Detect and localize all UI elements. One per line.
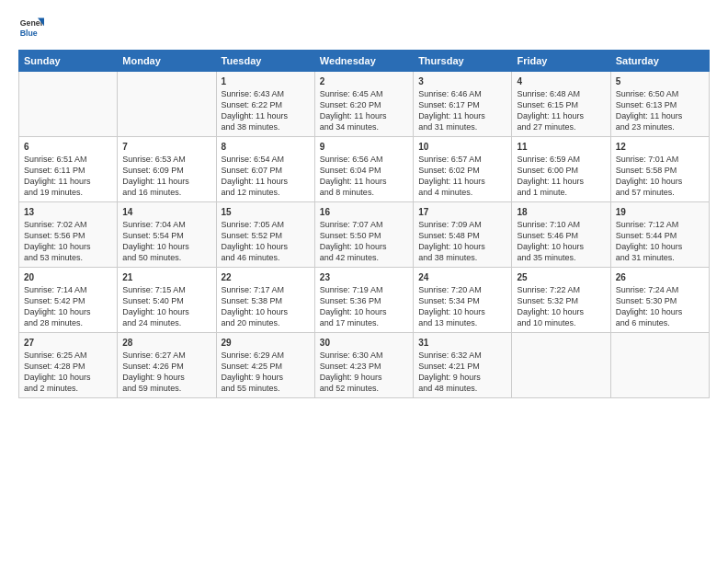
day-info: Sunrise: 7:07 AM: [320, 219, 408, 230]
day-info: and 8 minutes.: [320, 187, 408, 198]
day-info: and 31 minutes.: [418, 121, 506, 132]
day-info: Sunset: 6:11 PM: [24, 165, 112, 176]
day-info: Sunrise: 6:56 AM: [320, 154, 408, 165]
day-info: Sunset: 6:17 PM: [418, 99, 506, 110]
calendar-cell: 15Sunrise: 7:05 AMSunset: 5:52 PMDayligh…: [216, 202, 314, 268]
day-info: and 55 minutes.: [222, 383, 310, 394]
day-info: and 42 minutes.: [320, 252, 408, 263]
day-info: Sunset: 4:28 PM: [24, 361, 112, 372]
day-number: 8: [222, 141, 310, 154]
day-info: and 46 minutes.: [222, 252, 310, 263]
week-row-5: 27Sunrise: 6:25 AMSunset: 4:28 PMDayligh…: [19, 333, 710, 398]
day-info: and 48 minutes.: [418, 383, 506, 394]
day-info: Sunrise: 7:17 AM: [222, 284, 310, 295]
day-info: and 59 minutes.: [122, 383, 210, 394]
day-info: Sunset: 6:02 PM: [418, 165, 506, 176]
calendar-cell: 19Sunrise: 7:12 AMSunset: 5:44 PMDayligh…: [610, 202, 709, 268]
day-info: Sunset: 5:42 PM: [24, 295, 112, 306]
header-cell-sunday: Sunday: [19, 51, 118, 72]
calendar-cell: 14Sunrise: 7:04 AMSunset: 5:54 PMDayligh…: [118, 202, 216, 268]
day-info: Sunset: 6:00 PM: [517, 165, 605, 176]
day-info: and 38 minutes.: [418, 252, 506, 263]
calendar-cell: 22Sunrise: 7:17 AMSunset: 5:38 PMDayligh…: [216, 268, 314, 333]
day-number: 22: [222, 271, 310, 284]
day-info: Sunrise: 6:46 AM: [418, 88, 506, 99]
day-info: Sunrise: 6:45 AM: [320, 88, 408, 99]
calendar-cell: 13Sunrise: 7:02 AMSunset: 5:56 PMDayligh…: [19, 202, 118, 268]
calendar-cell: 24Sunrise: 7:20 AMSunset: 5:34 PMDayligh…: [414, 268, 512, 333]
day-info: and 6 minutes.: [616, 317, 704, 328]
day-info: Daylight: 10 hours: [24, 306, 112, 317]
day-info: Sunset: 6:13 PM: [616, 99, 704, 110]
day-number: 14: [122, 206, 210, 219]
calendar-cell: 5Sunrise: 6:50 AMSunset: 6:13 PMDaylight…: [610, 72, 709, 137]
day-info: Daylight: 11 hours: [616, 110, 704, 121]
day-info: Sunrise: 7:20 AM: [418, 284, 506, 295]
day-number: 13: [24, 206, 112, 219]
day-info: Sunrise: 7:19 AM: [320, 284, 408, 295]
day-info: Sunrise: 7:22 AM: [517, 284, 605, 295]
day-info: Sunset: 6:15 PM: [517, 99, 605, 110]
day-info: and 24 minutes.: [122, 317, 210, 328]
calendar-cell: 27Sunrise: 6:25 AMSunset: 4:28 PMDayligh…: [19, 333, 118, 398]
day-number: 23: [320, 271, 408, 284]
day-info: and 12 minutes.: [222, 187, 310, 198]
day-info: and 34 minutes.: [320, 121, 408, 132]
week-row-1: 1Sunrise: 6:43 AMSunset: 6:22 PMDaylight…: [19, 72, 710, 137]
day-info: Sunrise: 7:12 AM: [616, 219, 704, 230]
calendar-cell: 9Sunrise: 6:56 AMSunset: 6:04 PMDaylight…: [314, 137, 413, 202]
day-info: and 19 minutes.: [24, 187, 112, 198]
day-info: and 10 minutes.: [517, 317, 605, 328]
day-info: Daylight: 9 hours: [122, 372, 210, 383]
day-info: Daylight: 10 hours: [24, 372, 112, 383]
day-info: Sunset: 5:40 PM: [122, 295, 210, 306]
header: General Blue: [18, 15, 710, 40]
day-info: Sunrise: 7:24 AM: [616, 284, 704, 295]
day-info: Sunset: 5:30 PM: [616, 295, 704, 306]
day-number: 5: [616, 75, 704, 88]
day-info: Sunrise: 6:59 AM: [517, 154, 605, 165]
day-info: Daylight: 11 hours: [418, 110, 506, 121]
calendar-cell: 17Sunrise: 7:09 AMSunset: 5:48 PMDayligh…: [414, 202, 512, 268]
calendar-cell: 16Sunrise: 7:07 AMSunset: 5:50 PMDayligh…: [314, 202, 413, 268]
day-info: Sunset: 6:20 PM: [320, 99, 408, 110]
page: General Blue SundayMondayTuesdayWednesda…: [0, 0, 728, 563]
day-info: Sunrise: 7:09 AM: [418, 219, 506, 230]
day-info: Daylight: 10 hours: [616, 306, 704, 317]
day-info: Sunset: 4:25 PM: [222, 361, 310, 372]
day-info: Daylight: 10 hours: [320, 306, 408, 317]
day-info: Sunset: 6:09 PM: [122, 165, 210, 176]
calendar-cell: 4Sunrise: 6:48 AMSunset: 6:15 PMDaylight…: [512, 72, 610, 137]
day-number: 27: [24, 337, 112, 350]
calendar-cell: [610, 333, 709, 398]
calendar-cell: 31Sunrise: 6:32 AMSunset: 4:21 PMDayligh…: [414, 333, 512, 398]
day-number: 4: [517, 75, 605, 88]
calendar-cell: 10Sunrise: 6:57 AMSunset: 6:02 PMDayligh…: [414, 137, 512, 202]
calendar-cell: 11Sunrise: 6:59 AMSunset: 6:00 PMDayligh…: [512, 137, 610, 202]
day-number: 7: [122, 141, 210, 154]
calendar-cell: 30Sunrise: 6:30 AMSunset: 4:23 PMDayligh…: [314, 333, 413, 398]
day-info: Sunrise: 6:54 AM: [222, 154, 310, 165]
day-info: Daylight: 9 hours: [320, 372, 408, 383]
day-info: Daylight: 10 hours: [418, 241, 506, 252]
day-info: and 52 minutes.: [320, 383, 408, 394]
day-info: Daylight: 11 hours: [222, 176, 310, 187]
day-info: Daylight: 11 hours: [320, 110, 408, 121]
calendar-cell: 7Sunrise: 6:53 AMSunset: 6:09 PMDaylight…: [118, 137, 216, 202]
day-info: Sunset: 5:58 PM: [616, 165, 704, 176]
header-cell-tuesday: Tuesday: [216, 51, 314, 72]
day-info: and 16 minutes.: [122, 187, 210, 198]
day-number: 16: [320, 206, 408, 219]
logo: General Blue: [18, 15, 48, 40]
calendar-cell: 25Sunrise: 7:22 AMSunset: 5:32 PMDayligh…: [512, 268, 610, 333]
day-info: Daylight: 10 hours: [616, 241, 704, 252]
week-row-4: 20Sunrise: 7:14 AMSunset: 5:42 PMDayligh…: [19, 268, 710, 333]
calendar-cell: 18Sunrise: 7:10 AMSunset: 5:46 PMDayligh…: [512, 202, 610, 268]
day-info: and 2 minutes.: [24, 383, 112, 394]
day-info: and 53 minutes.: [24, 252, 112, 263]
day-info: and 50 minutes.: [122, 252, 210, 263]
day-number: 6: [24, 141, 112, 154]
day-info: Daylight: 10 hours: [517, 241, 605, 252]
day-info: Sunset: 5:52 PM: [222, 230, 310, 241]
day-info: Daylight: 10 hours: [222, 241, 310, 252]
